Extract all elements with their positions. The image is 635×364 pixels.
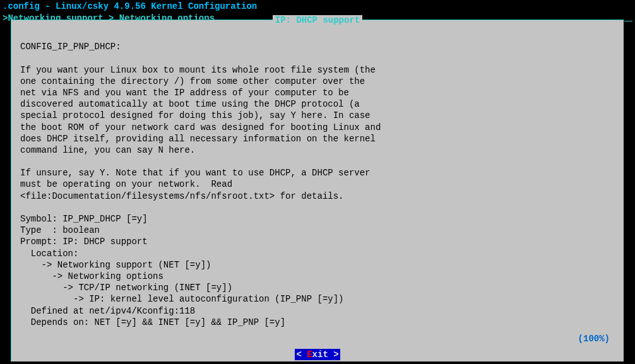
btn-bracket-open: < <box>296 349 307 360</box>
type-line: Type : boolean <box>20 225 100 235</box>
prompt-line: Prompt: IP: DHCP support <box>20 237 148 247</box>
btn-rest: xit <box>312 349 334 360</box>
button-bar: < Exit > <box>11 349 624 360</box>
location-3: -> TCP/IP networking (INET [=y]) <box>20 283 232 293</box>
dialog-title: IP: DHCP support <box>273 15 362 25</box>
btn-hotkey: E <box>307 349 312 360</box>
help-dialog: IP: DHCP support CONFIG_IP_PNP_DHCP: If … <box>11 20 624 362</box>
location-4: -> IP: kernel level autoconfiguration (I… <box>20 294 343 304</box>
location-2: -> Networking options <box>20 271 163 281</box>
dialog-content[interactable]: CONFIG_IP_PNP_DHCP: If you want your Lin… <box>11 20 624 348</box>
symbol-line: Symbol: IP_PNP_DHCP [=y] <box>20 214 148 224</box>
config-title: .config - Linux/csky 4.9.56 Kernel Confi… <box>3 1 257 11</box>
note-text: If unsure, say Y. Note that if you want … <box>20 168 371 201</box>
breadcrumb-prefix: > <box>3 13 8 24</box>
scroll-percent: (100%) <box>578 333 610 344</box>
btn-bracket-close: > <box>333 349 338 360</box>
location-1: -> Networking support (NET [=y]) <box>20 260 211 270</box>
terminal-window: .config - Linux/csky 4.9.56 Kernel Confi… <box>0 0 635 364</box>
defined-at: Defined at net/ipv4/Kconfig:118 <box>20 306 195 316</box>
description-text: If you want your Linux box to mount its … <box>20 65 381 155</box>
title-bar: .config - Linux/csky 4.9.56 Kernel Confi… <box>0 0 635 13</box>
location-label: Location: <box>20 249 78 259</box>
exit-button[interactable]: < Exit > <box>295 349 340 360</box>
depends-on: Depends on: NET [=y] && INET [=y] && IP_… <box>20 317 285 327</box>
dialog-title-wrapper: IP: DHCP support <box>11 15 624 26</box>
config-name: CONFIG_IP_PNP_DHCP: <box>20 42 121 52</box>
